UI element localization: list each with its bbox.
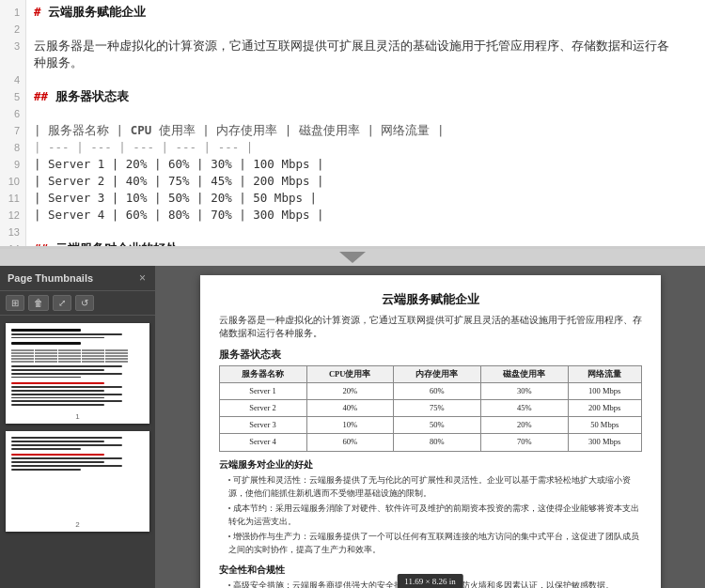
thumbnail-image-1 [8, 326, 131, 410]
editor-line-6 [34, 105, 694, 122]
pdf-table-header-2: 内存使用率 [393, 365, 480, 382]
editor-line-10: | Server 2 | 40% | 75% | 45% | 200 Mbps … [34, 173, 694, 190]
page-thumbnail-1[interactable]: 1 [6, 323, 149, 424]
sidebar-close-button[interactable]: × [137, 271, 148, 285]
pdf-table-header-4: 网络流量 [568, 365, 641, 382]
line-numbers: 1 2 3 4 5 6 7 8 9 10 11 12 13 14 15 16 1… [0, 0, 26, 246]
editor-line-12: | Server 4 | 60% | 80% | 70% | 300 Mbps … [34, 207, 694, 224]
editor-content[interactable]: # 云端服务赋能企业 云服务器是一种虚拟化的计算资源，它通过互联网提供可扩展且灵… [26, 0, 705, 249]
pdf-page: 云端服务赋能企业 云服务器是一种虚拟化的计算资源，它通过互联网提供可扩展且灵活的… [200, 275, 661, 588]
list-item: 成本节约：采用云端服务消除了对硬件、软件许可及维护的前期资本投资的需求，这使得企… [219, 503, 642, 529]
editor-line-9: | Server 1 | 20% | 60% | 30% | 100 Mbps … [34, 156, 694, 173]
thumbnail-extract-button[interactable]: ⤢ [53, 295, 71, 311]
editor-line-3: 云服务器是一种虚拟化的计算资源，它通过互联网提供可扩展且灵活的基础设施用于托管应… [34, 38, 694, 54]
editor-line-3b: 种服务。 [34, 54, 694, 71]
pdf-table-header-3: 磁盘使用率 [480, 365, 568, 382]
pdf-benefits-title: 云端服务对企业的好处 [219, 457, 642, 472]
editor-line-1: # 云端服务赋能企业 [34, 4, 694, 21]
pdf-page-size-footer: 11.69 × 8.26 in [397, 574, 463, 588]
sidebar-toolbar: ⊞ 🗑 ⤢ ↺ [0, 291, 155, 316]
editor-line-4 [34, 71, 694, 88]
editor-line-5: ## 服务器状态表 [34, 88, 694, 105]
pdf-panel: Page Thumbnails × ⊞ 🗑 ⤢ ↺ [0, 266, 705, 588]
pdf-page-title: 云端服务赋能企业 [219, 290, 642, 309]
editor-line-13 [34, 224, 694, 240]
thumbnail-page-num-2: 2 [8, 520, 147, 529]
editor-line-8: | --- | --- | --- | --- | --- | [34, 139, 694, 156]
pdf-table-header-1: CPU使用率 [306, 365, 393, 382]
pdf-benefits-list: 可扩展性和灵活性：云端服务提供了无与伦比的可扩展性和灵活性。企业可以基于需求轻松… [219, 474, 642, 557]
pdf-main-view: 云端服务赋能企业 云服务器是一种虚拟化的计算资源，它通过互联网提供可扩展且灵活的… [155, 266, 705, 588]
sidebar-header: Page Thumbnails × [0, 266, 155, 291]
pdf-table-header-0: 服务器名称 [219, 365, 306, 382]
page-thumbnail-2[interactable]: 2 [6, 431, 149, 532]
pdf-intro-text: 云服务器是一种虚拟化的计算资源，它通过互联网提供可扩展且灵活的基础设施用于托管应… [219, 314, 642, 341]
table-row: Server 460%80%70%300 Mbps [219, 434, 641, 451]
editor-line-11: | Server 3 | 10% | 50% | 20% | 50 Mbps | [34, 190, 694, 207]
thumbnail-grid-button[interactable]: ⊞ [6, 295, 24, 311]
table-row: Server 310%50%20%50 Mbps [219, 417, 641, 434]
editor-line-2 [34, 21, 694, 38]
pdf-server-table: 服务器名称 CPU使用率 内存使用率 磁盘使用率 网络流量 Server 120… [219, 365, 642, 452]
list-item: 可扩展性和灵活性：云端服务提供了无与伦比的可扩展性和灵活性。企业可以基于需求轻松… [219, 474, 642, 501]
editor-line-14: ## 云端服务对企业的好处 [34, 240, 694, 249]
thumbnails-area[interactable]: 1 2 [0, 316, 155, 588]
table-row: Server 120%60%30%100 Mbps [219, 382, 641, 399]
editor-panel: 1 2 3 4 5 6 7 8 9 10 11 12 13 14 15 16 1… [0, 0, 705, 249]
thumbnail-table [11, 349, 128, 363]
editor-line-7: | 服务器名称 | CPU 使用率 | 内存使用率 | 磁盘使用率 | 网络流量… [34, 122, 694, 139]
thumbnail-rotate-button[interactable]: ↺ [75, 295, 94, 311]
list-item: 增强协作与生产力：云端服务提供了一个可以任何有互联网连接的地方访问的集中式平台，… [219, 531, 642, 557]
thumbnail-page-num-1: 1 [8, 412, 147, 421]
panel-divider [0, 249, 705, 266]
table-row: Server 240%75%45%200 Mbps [219, 400, 641, 417]
thumbnail-image-2 [8, 434, 131, 518]
thumbnail-delete-button[interactable]: 🗑 [28, 295, 49, 311]
sidebar-title-label: Page Thumbnails [8, 272, 137, 284]
pdf-table-title: 服务器状态表 [219, 347, 642, 363]
pdf-thumbnails-sidebar: Page Thumbnails × ⊞ 🗑 ⤢ ↺ [0, 266, 155, 588]
